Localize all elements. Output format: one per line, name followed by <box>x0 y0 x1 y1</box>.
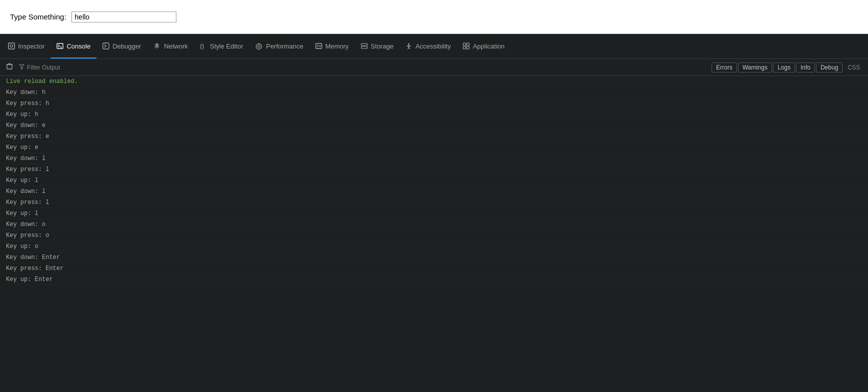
tab-debugger-label: Debugger <box>112 42 141 50</box>
filter-css-button[interactable]: CSS <box>844 63 864 72</box>
devtools-panel: Inspector Console Debugger Network {} St… <box>0 34 868 392</box>
console-line: Live reload enabled. <box>0 76 868 87</box>
filter-logs-button[interactable]: Logs <box>773 62 795 72</box>
svg-rect-23 <box>463 46 466 49</box>
storage-icon <box>361 42 368 50</box>
svg-rect-14 <box>361 44 367 46</box>
network-icon <box>153 42 161 50</box>
memory-icon <box>315 42 322 50</box>
svg-marker-28 <box>19 64 24 69</box>
clear-console-button[interactable] <box>4 62 15 73</box>
console-line: Key down: e <box>0 120 868 131</box>
svg-rect-15 <box>361 46 367 48</box>
tab-inspector[interactable]: Inspector <box>2 34 50 59</box>
type-something-input[interactable] <box>71 12 176 22</box>
tab-performance[interactable]: Performance <box>249 34 309 59</box>
console-line: Key up: h <box>0 109 868 120</box>
tab-style-editor[interactable]: {} Style Editor <box>194 34 249 59</box>
tab-debugger[interactable]: Debugger <box>96 34 147 59</box>
inspector-icon <box>8 42 15 50</box>
svg-rect-22 <box>467 43 469 46</box>
tab-application-label: Application <box>473 42 505 50</box>
console-line: Key press: l <box>0 164 868 175</box>
console-line: Key press: e <box>0 131 868 142</box>
tab-application[interactable]: Application <box>457 34 511 59</box>
svg-point-16 <box>408 44 410 45</box>
filter-output-label: Filter Output <box>27 64 60 71</box>
console-line: Key down: o <box>0 219 868 230</box>
filter-buttons-group: Errors Warnings Logs Info Debug CSS <box>712 62 864 72</box>
console-line: Key press: l <box>0 197 868 208</box>
page-label: Type Something: <box>10 12 66 21</box>
tab-accessibility[interactable]: Accessibility <box>399 34 457 59</box>
tab-console-label: Console <box>66 42 90 50</box>
filter-output-area: Filter Output <box>19 64 60 71</box>
console-line: Key press: h <box>0 98 868 109</box>
svg-line-20 <box>409 48 410 49</box>
debugger-icon <box>102 42 109 50</box>
page-area: Type Something: <box>0 0 868 34</box>
tab-network-label: Network <box>164 42 188 50</box>
tab-storage[interactable]: Storage <box>355 34 400 59</box>
svg-rect-21 <box>463 43 466 46</box>
style-editor-icon: {} <box>200 42 207 50</box>
console-line: Key down: l <box>0 153 868 164</box>
filter-errors-button[interactable]: Errors <box>712 62 737 72</box>
filter-warnings-button[interactable]: Warnings <box>738 62 772 72</box>
tab-accessibility-label: Accessibility <box>415 42 451 50</box>
console-toolbar: Filter Output Errors Warnings Logs Info … <box>0 59 868 76</box>
console-line: Key press: Enter <box>0 263 868 274</box>
tab-inspector-label: Inspector <box>18 42 44 50</box>
accessibility-icon <box>405 42 412 50</box>
console-line: Key up: l <box>0 175 868 186</box>
tab-network[interactable]: Network <box>147 34 194 59</box>
console-line: Key up: l <box>0 208 868 219</box>
console-icon <box>56 42 63 50</box>
filter-info-button[interactable]: Info <box>796 62 815 72</box>
svg-point-8 <box>258 46 260 48</box>
svg-rect-25 <box>7 64 12 69</box>
tab-memory-label: Memory <box>325 42 349 50</box>
svg-rect-24 <box>467 46 469 49</box>
performance-icon <box>255 42 263 50</box>
application-icon <box>463 42 470 50</box>
filter-debug-button[interactable]: Debug <box>816 62 843 72</box>
console-line: Key down: Enter <box>0 252 868 263</box>
console-output: Live reload enabled.Key down: hKey press… <box>0 76 868 392</box>
tab-memory[interactable]: Memory <box>309 34 355 59</box>
svg-rect-0 <box>8 43 14 49</box>
console-line: Key up: o <box>0 241 868 252</box>
console-line: Key up: e <box>0 142 868 153</box>
filter-icon <box>19 64 24 70</box>
svg-point-1 <box>10 45 13 48</box>
tab-bar: Inspector Console Debugger Network {} St… <box>0 34 868 59</box>
svg-text:{}: {} <box>200 42 204 50</box>
console-line: Key down: h <box>0 87 868 98</box>
console-line: Key up: Enter <box>0 274 868 285</box>
console-line: Key down: l <box>0 186 868 197</box>
console-line: Key press: o <box>0 230 868 241</box>
tab-storage-label: Storage <box>371 42 394 50</box>
tab-performance-label: Performance <box>266 42 303 50</box>
tab-style-editor-label: Style Editor <box>210 42 243 50</box>
tab-console[interactable]: Console <box>50 34 96 59</box>
